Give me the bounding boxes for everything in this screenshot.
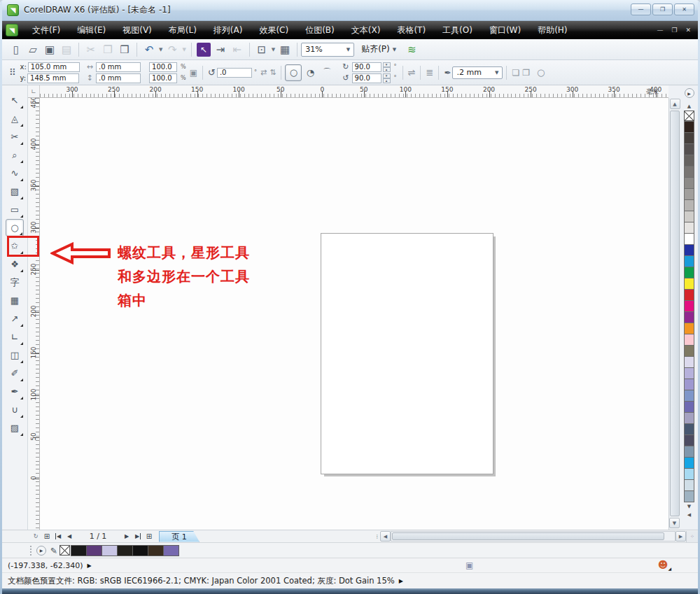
chevron-down-icon[interactable]: ▼	[159, 47, 162, 52]
palette-swatch[interactable]	[684, 323, 694, 334]
no-color-swatch[interactable]	[684, 111, 694, 121]
tool-freehand-tool[interactable]: ∿	[6, 164, 24, 182]
mdi-close-button[interactable]: ✕	[685, 27, 691, 34]
menu-help[interactable]: 帮助(H)	[529, 22, 575, 39]
undo-icon[interactable]: ↶	[141, 41, 158, 58]
palette-swatch[interactable]	[684, 222, 694, 234]
doc-palette-swatch[interactable]	[163, 545, 179, 556]
zoom-level-combobox[interactable]: 31% ▼	[301, 43, 354, 57]
chevron-down-icon[interactable]: ▼	[272, 47, 275, 52]
palette-swatch[interactable]	[684, 390, 694, 402]
menu-tools[interactable]: 工具(O)	[434, 22, 481, 39]
doc-palette-swatch[interactable]	[132, 545, 148, 556]
palette-swatch[interactable]	[684, 401, 694, 413]
minimize-button[interactable]: —	[631, 3, 651, 15]
document-palette-flyout-icon[interactable]: ▶	[36, 546, 46, 556]
arc-end-stepper[interactable]: ▾▴	[383, 73, 391, 83]
palette-swatch[interactable]	[684, 412, 694, 424]
vertical-ruler[interactable]: 450400350300250200150100500	[28, 98, 40, 530]
tool-rectangle-tool[interactable]: ▭	[6, 201, 24, 218]
convert-to-curves-icon[interactable]: ○	[537, 67, 545, 78]
palette-flyout-icon[interactable]: ▶	[685, 88, 694, 98]
palette-swatch[interactable]	[684, 143, 694, 155]
tool-smart-fill-tool[interactable]: ▧	[6, 183, 24, 200]
tool-table-tool[interactable]: ▦	[6, 292, 24, 309]
palette-grip[interactable]	[30, 546, 32, 556]
tool-basic-shapes-tool[interactable]: ❖	[6, 255, 24, 273]
status-flyout-icon[interactable]: ▶	[399, 578, 403, 584]
menu-window[interactable]: 窗口(W)	[481, 22, 529, 39]
object-y-input[interactable]: 148.5 mm	[27, 73, 79, 83]
mdi-restore-button[interactable]: ❐	[671, 27, 677, 34]
tool-blend-tool[interactable]: ◫	[6, 346, 24, 364]
drawing-canvas[interactable]	[40, 98, 668, 530]
drawing-scale-icon[interactable]: ↻	[30, 531, 41, 542]
application-launcher-icon[interactable]: ⊡	[253, 41, 270, 58]
tool-interactive-fill-tool[interactable]: ▨	[6, 419, 24, 437]
object-height-input[interactable]: .0 mm	[96, 73, 141, 83]
to-back-icon[interactable]: ❐	[522, 68, 530, 78]
arc-mode-button[interactable]: ⌒	[318, 64, 335, 81]
palette-swatch[interactable]	[684, 300, 694, 312]
palette-swatch[interactable]	[684, 267, 694, 278]
palette-swatch[interactable]	[684, 289, 694, 301]
object-position-grid-icon[interactable]: ⠿	[9, 67, 16, 78]
palette-swatch[interactable]	[684, 367, 694, 379]
menu-layout[interactable]: 布局(L)	[160, 22, 205, 39]
tool-shape-tool[interactable]: ◬	[6, 110, 24, 127]
horizontal-scrollbar-thumb[interactable]	[392, 532, 664, 540]
menu-view[interactable]: 视图(V)	[114, 22, 160, 39]
menu-effects[interactable]: 效果(C)	[251, 22, 297, 39]
new-document-icon[interactable]: ▯	[8, 41, 24, 58]
palette-swatch[interactable]	[684, 278, 694, 290]
palette-swatch[interactable]	[684, 379, 694, 390]
palette-swatch[interactable]	[684, 199, 694, 211]
object-width-input[interactable]: .0 mm	[96, 62, 141, 72]
doc-palette-swatch[interactable]	[86, 545, 102, 556]
ellipse-mode-button[interactable]: ○	[285, 64, 302, 81]
search-content-icon[interactable]: ↖	[197, 43, 211, 57]
add-page-after-icon[interactable]: ⊞	[144, 531, 155, 542]
palette-swatch[interactable]	[684, 490, 694, 502]
tool-ellipse-tool[interactable]: ○	[6, 219, 24, 236]
scroll-up-icon[interactable]: ▲	[670, 99, 680, 109]
palette-swatch[interactable]	[684, 155, 694, 167]
doc-palette-swatch[interactable]	[102, 545, 118, 556]
options-icon[interactable]: ≋	[403, 41, 420, 58]
tool-text-tool[interactable]: 字	[6, 274, 24, 291]
ruler-origin-icon[interactable]: ∟	[28, 85, 40, 98]
palette-swatch[interactable]	[684, 356, 694, 368]
palette-swatch[interactable]	[684, 479, 694, 491]
title-bar[interactable]: ◥ CorelDRAW X6 (评估版) - [未命名 -1] —❐✕	[0, 0, 700, 21]
palette-expand-icon[interactable]: ◀	[687, 512, 691, 518]
menu-text[interactable]: 文本(X)	[343, 22, 389, 39]
previous-page-icon[interactable]: ◀	[64, 531, 75, 542]
text-wrap-icon[interactable]: ≣	[426, 67, 433, 78]
palette-swatch[interactable]	[684, 132, 694, 144]
color-management-icon[interactable]: ▣	[465, 560, 473, 570]
tool-fill-tool[interactable]: ∪	[6, 401, 24, 418]
membership-icon[interactable]: ☻	[658, 559, 671, 570]
palette-swatch[interactable]	[684, 311, 694, 323]
scale-x-input[interactable]: 100.0	[149, 62, 177, 72]
vertical-scrollbar-thumb[interactable]	[670, 111, 680, 516]
palette-swatch[interactable]	[684, 188, 694, 200]
tool-pick-tool[interactable]: ↖	[6, 92, 24, 109]
palette-swatch[interactable]	[684, 244, 694, 256]
restore-button[interactable]: ❐	[652, 3, 673, 15]
palette-swatch[interactable]	[684, 345, 694, 357]
palette-scroll-up-icon[interactable]: ▲	[687, 104, 691, 109]
first-page-icon[interactable]: ◀	[52, 531, 64, 542]
palette-swatch[interactable]	[684, 166, 694, 178]
object-x-input[interactable]: 105.0 mm	[28, 62, 80, 72]
palette-swatch[interactable]	[684, 121, 694, 133]
scroll-right-icon[interactable]: ▶	[676, 531, 686, 542]
page-tab[interactable]: 页 1	[159, 531, 200, 542]
palette-swatch[interactable]	[684, 177, 694, 189]
horizontal-scrollbar[interactable]: ◀ ▶	[380, 531, 686, 542]
snap-to-dropdown[interactable]: 贴齐(P) ▼	[361, 43, 396, 55]
mirror-horizontal-icon[interactable]: ⇄	[260, 68, 267, 77]
tool-color-eyedropper-tool[interactable]: ✐	[6, 365, 24, 382]
eyedropper-icon[interactable]: ✐	[48, 546, 58, 553]
open-icon[interactable]: ▱	[24, 41, 41, 58]
